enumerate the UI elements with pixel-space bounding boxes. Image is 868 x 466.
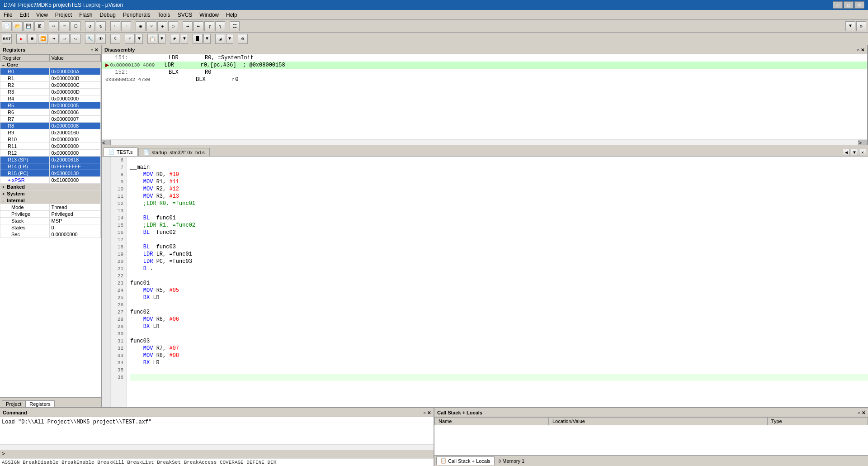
menu-peripherals[interactable]: Peripherals	[119, 11, 154, 19]
trace-button[interactable]: ◤	[170, 34, 180, 44]
core-group-row[interactable]: – Core	[0, 62, 101, 68]
menu-help[interactable]: Help	[222, 11, 241, 19]
reg-xpsr[interactable]: + xPSR 0x01000000	[0, 177, 101, 184]
perf-button[interactable]: ⚡	[125, 34, 135, 44]
reg-r0[interactable]: R0 0x0000000A	[0, 68, 101, 75]
bookmark2-button[interactable]: ○	[146, 21, 156, 31]
save-all-button[interactable]: 🖹	[34, 21, 44, 31]
reg-r2[interactable]: R2 0x0000000C	[0, 82, 101, 89]
reg-r6[interactable]: R6 0x00000006	[0, 109, 101, 116]
toolbox-button[interactable]: ☵	[230, 21, 240, 31]
watch-button[interactable]: 👁	[96, 34, 106, 44]
reg-r7[interactable]: R7 0x00000007	[0, 116, 101, 123]
reg-r4[interactable]: R4 0x00000000	[0, 95, 101, 102]
menu-file[interactable]: File	[0, 11, 16, 19]
disasm-hscroll[interactable]: < >	[102, 139, 867, 145]
settings-button[interactable]: ⚙	[856, 21, 866, 31]
tab-close[interactable]: ✕	[859, 149, 866, 156]
open-button[interactable]: 📂	[13, 21, 23, 31]
disassembly-content[interactable]: 151: LDR R0, =SystemInit ▶ 0x08000130 48…	[102, 54, 867, 139]
close-cmd-icon[interactable]: ✕	[427, 410, 431, 415]
tab-registers[interactable]: Registers	[25, 400, 54, 407]
symbol-dropdown[interactable]: ▼	[136, 34, 143, 44]
step-button[interactable]: ⏩	[38, 34, 48, 44]
nav-back-button[interactable]: ←	[110, 21, 120, 31]
step-out-button[interactable]: ↩	[60, 34, 70, 44]
bookmark-button[interactable]: ◉	[136, 21, 146, 31]
reg-r14[interactable]: R14 (LR) 0xFFFFFFFF	[0, 163, 101, 170]
redo-button[interactable]: ↻	[96, 21, 106, 31]
step-over-button[interactable]: ➜	[49, 34, 59, 44]
unindent-button[interactable]: ⇤	[193, 21, 203, 31]
menu-window[interactable]: Window	[196, 11, 222, 19]
tab-dropdown[interactable]: ▼	[851, 149, 858, 156]
reg-r12[interactable]: R12 0x00000000	[0, 150, 101, 157]
menu-svcs[interactable]: SVCS	[174, 11, 196, 19]
bookmark3-button[interactable]: ◈	[157, 21, 167, 31]
indent-button[interactable]: ⇥	[183, 21, 193, 31]
reg-r9[interactable]: R9 0x20000160	[0, 129, 101, 136]
menu-view[interactable]: View	[33, 11, 52, 19]
lower-tab-callstack[interactable]: 📋 Call Stack + Locals	[436, 456, 495, 465]
reg-r5[interactable]: R5 0x00000005	[0, 102, 101, 109]
run-button[interactable]: ▶	[16, 34, 26, 44]
hscroll-track[interactable]	[111, 140, 858, 145]
lower-tab-memory[interactable]: ◊ Memory 1	[495, 457, 528, 465]
pin-cs-icon[interactable]: ○	[858, 410, 860, 415]
menu-flash[interactable]: Flash	[75, 11, 96, 19]
nav-fwd-button[interactable]: →	[121, 21, 131, 31]
stop-button[interactable]: ■	[27, 34, 37, 44]
code-text[interactable]: __main MOV R0, #10 MOV R1, #11 MOV R2, #…	[127, 157, 868, 407]
cut-button[interactable]: ✂	[49, 21, 59, 31]
hscroll-left[interactable]: <	[102, 140, 111, 145]
callstack-dropdown[interactable]: ▼	[158, 34, 165, 44]
reg-r13[interactable]: R13 (SP) 0x20000618	[0, 157, 101, 163]
logic-dropdown[interactable]: ▼	[226, 34, 233, 44]
uncomment-button[interactable]: ┐	[215, 21, 225, 31]
close-cs-icon[interactable]: ✕	[862, 410, 865, 415]
coverage-dropdown[interactable]: ▼	[203, 34, 211, 44]
internal-group-row[interactable]: – Internal	[0, 197, 101, 204]
code-editor[interactable]: 6 7 8 9 10 11 12 13 14 15 16 17 18 19	[102, 157, 868, 407]
run-to-cursor-button[interactable]: ↪	[71, 34, 80, 44]
reg-r15[interactable]: R15 (PC) 0x08000130	[0, 170, 101, 177]
coverage-button[interactable]: █	[193, 34, 203, 44]
save-button[interactable]: 💾	[24, 21, 33, 31]
pin-disasm-icon[interactable]: ○	[857, 48, 859, 52]
undo-button[interactable]: ↺	[85, 21, 95, 31]
tab-scroll-left[interactable]: ◀	[843, 149, 850, 156]
maximize-button[interactable]: □	[844, 1, 854, 9]
command-input[interactable]	[7, 451, 432, 457]
pin-cmd-icon[interactable]: ○	[423, 410, 426, 415]
close-disasm-icon[interactable]: ✕	[861, 48, 864, 52]
copy-button[interactable]: ⎓	[60, 21, 70, 31]
trace-dropdown[interactable]: ▼	[181, 34, 188, 44]
bookmark4-button[interactable]: ◌	[168, 21, 178, 31]
close-panel-icon[interactable]: ✕	[94, 48, 98, 52]
menu-edit[interactable]: Edit	[16, 11, 33, 19]
minimize-button[interactable]: −	[833, 1, 843, 9]
menu-tools[interactable]: Tools	[154, 11, 174, 19]
callstack-button[interactable]: 📋	[147, 34, 157, 44]
menu-debug[interactable]: Debug	[96, 11, 119, 19]
reg-r1[interactable]: R1 0x0000000B	[0, 75, 101, 82]
logic-button[interactable]: ◢	[215, 34, 225, 44]
tab-startup[interactable]: 📄 startup_stm32f10x_hd.s	[138, 148, 209, 156]
new-button[interactable]: 📄	[2, 21, 12, 31]
tab-tests[interactable]: 📄 TEST.s	[104, 147, 137, 156]
close-button[interactable]: ✕	[854, 1, 864, 9]
system-group-row[interactable]: + System	[0, 190, 101, 197]
reg-r3[interactable]: R3 0x0000000D	[0, 89, 101, 95]
reg-r8[interactable]: R8 0x00000008	[0, 123, 101, 129]
tab-project[interactable]: Project	[2, 400, 25, 407]
reg-r11[interactable]: R11 0x00000000	[0, 143, 101, 150]
memory-button[interactable]: ◊	[110, 34, 120, 44]
disasm-window-button[interactable]: 🔧	[85, 34, 95, 44]
menu-project[interactable]: Project	[52, 11, 75, 19]
comment-button[interactable]: ┌	[204, 21, 214, 31]
pin-icon[interactable]: ○	[90, 48, 93, 52]
paste-button[interactable]: ⎔	[71, 21, 80, 31]
tools-config-button[interactable]: ⚙	[238, 34, 248, 44]
banked-group-row[interactable]: + Banked	[0, 184, 101, 190]
reg-r10[interactable]: R10 0x00000000	[0, 136, 101, 143]
